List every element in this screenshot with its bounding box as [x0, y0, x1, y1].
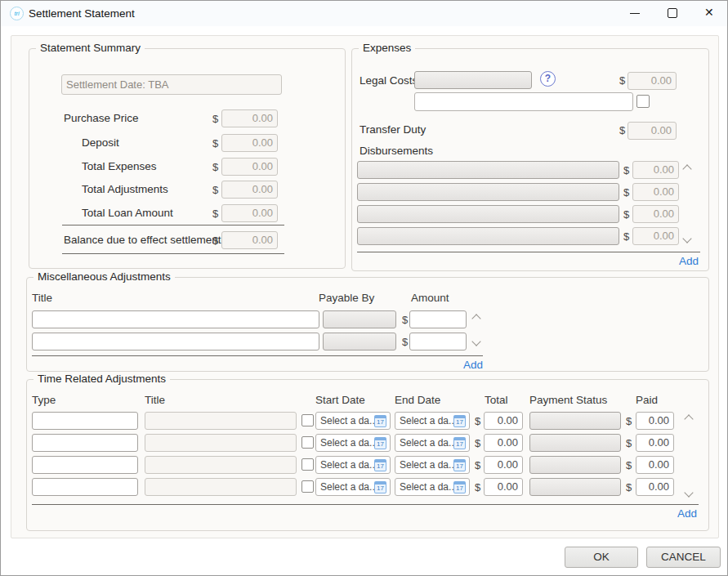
minimize-button[interactable]: [616, 1, 654, 26]
add-misc-adjustment-link[interactable]: Add: [463, 359, 483, 371]
close-button[interactable]: ✕: [691, 1, 728, 26]
balance-label: Balance due to effect settlement: [64, 234, 221, 246]
legal-costs-label: Legal Costs: [360, 74, 418, 87]
time-title-field[interactable]: [145, 412, 297, 430]
time-paid-field[interactable]: 0.00: [636, 456, 674, 474]
payment-status-dropdown[interactable]: [529, 434, 621, 452]
misc-title-dropdown[interactable]: [32, 310, 319, 328]
disbursement-dropdown[interactable]: [357, 227, 619, 245]
scroll-down-icon[interactable]: [682, 234, 691, 243]
misc-title-dropdown[interactable]: [32, 333, 319, 351]
disbursement-dropdown[interactable]: [357, 161, 619, 179]
legal-costs-dropdown[interactable]: [414, 71, 532, 89]
date-placeholder: Select a da...: [320, 481, 377, 493]
legal-costs-checkbox[interactable]: [636, 95, 650, 108]
currency-symbol: $: [212, 184, 218, 196]
statement-summary-group: Statement Summary Settlement Date: TBA P…: [29, 48, 346, 269]
time-row-checkbox[interactable]: [301, 414, 314, 426]
time-divider: [32, 504, 699, 505]
cancel-button[interactable]: CANCEL: [646, 547, 721, 568]
calendar-icon[interactable]: 17: [374, 415, 386, 427]
legal-costs-amount-field[interactable]: 0.00: [628, 72, 677, 90]
currency-symbol: $: [623, 186, 629, 199]
time-total-field[interactable]: 0.00: [484, 478, 523, 496]
scroll-down-icon[interactable]: [471, 337, 480, 346]
minimize-icon: [630, 13, 640, 14]
time-total-header: Total: [485, 394, 508, 406]
misc-amount-dropdown[interactable]: [409, 310, 467, 328]
end-date-picker[interactable]: Select a da... 17: [395, 434, 470, 452]
time-total-field[interactable]: 0.00: [484, 456, 523, 474]
misc-payable-by-dropdown[interactable]: [323, 310, 396, 328]
maximize-button[interactable]: [654, 1, 691, 26]
payment-status-dropdown[interactable]: [529, 456, 621, 474]
add-disbursement-link[interactable]: Add: [679, 255, 699, 267]
time-title-field[interactable]: [145, 478, 297, 496]
time-total-field[interactable]: 0.00: [484, 434, 523, 452]
disbursement-amount-field[interactable]: 0.00: [632, 161, 679, 179]
date-placeholder: Select a da...: [400, 459, 457, 471]
date-placeholder: Select a da...: [400, 415, 457, 426]
end-date-picker[interactable]: Select a da... 17: [395, 456, 470, 474]
scroll-up-icon[interactable]: [682, 164, 691, 173]
time-type-dropdown[interactable]: [32, 412, 138, 430]
misc-amount-dropdown[interactable]: [409, 333, 467, 351]
time-paid-header: Paid: [636, 394, 658, 406]
disbursement-dropdown[interactable]: [357, 205, 619, 223]
calendar-icon[interactable]: 17: [453, 437, 466, 449]
time-row-checkbox[interactable]: [301, 458, 314, 471]
disbursement-amount-field[interactable]: 0.00: [632, 227, 679, 245]
calendar-icon[interactable]: 17: [374, 459, 386, 471]
misc-payable-by-dropdown[interactable]: [323, 333, 396, 351]
summary-divider: [62, 253, 284, 254]
total-loan-amount-label: Total Loan Amount: [82, 207, 173, 219]
disbursements-label: Disbursements: [360, 145, 433, 157]
expenses-group: Expenses Legal Costs ? $ 0.00 Transfer D…: [351, 48, 709, 271]
time-paid-field[interactable]: 0.00: [636, 478, 674, 496]
time-type-dropdown[interactable]: [32, 456, 138, 474]
legal-costs-help-icon[interactable]: ?: [540, 71, 556, 87]
total-adjustments-field: 0.00: [221, 181, 278, 199]
disbursement-amount-field[interactable]: 0.00: [632, 205, 679, 223]
time-title-field[interactable]: [145, 456, 297, 474]
calendar-icon[interactable]: 17: [374, 437, 386, 449]
content-panel: Statement Summary Settlement Date: TBA P…: [11, 35, 719, 538]
scroll-up-icon[interactable]: [471, 314, 480, 323]
currency-symbol: $: [475, 459, 480, 471]
time-row-checkbox[interactable]: [301, 436, 314, 449]
time-start-date-header: Start Date: [315, 394, 365, 406]
time-type-dropdown[interactable]: [32, 478, 138, 496]
calendar-icon[interactable]: 17: [453, 415, 466, 427]
currency-symbol: $: [619, 124, 625, 136]
time-paid-field[interactable]: 0.00: [636, 412, 674, 430]
start-date-picker[interactable]: Select a da... 17: [315, 434, 391, 452]
start-date-picker[interactable]: Select a da... 17: [315, 478, 391, 496]
add-time-adjustment-link[interactable]: Add: [677, 507, 697, 520]
currency-symbol: $: [626, 437, 632, 449]
transfer-duty-amount-field[interactable]: 0.00: [628, 122, 677, 140]
legal-costs-description-field[interactable]: [414, 92, 633, 111]
start-date-picker[interactable]: Select a da... 17: [315, 412, 391, 430]
payment-status-dropdown[interactable]: [529, 412, 621, 430]
scroll-up-icon[interactable]: [684, 414, 693, 423]
end-date-picker[interactable]: Select a da... 17: [395, 478, 470, 496]
end-date-picker[interactable]: Select a da... 17: [395, 412, 470, 430]
currency-symbol: $: [475, 481, 480, 493]
time-type-dropdown[interactable]: [32, 434, 138, 452]
time-row-checkbox[interactable]: [301, 480, 314, 493]
time-paid-field[interactable]: 0.00: [636, 434, 674, 452]
start-date-picker[interactable]: Select a da... 17: [315, 456, 391, 474]
date-placeholder: Select a da...: [400, 437, 457, 449]
payment-status-dropdown[interactable]: [529, 478, 621, 496]
disbursement-amount-field[interactable]: 0.00: [632, 183, 679, 201]
calendar-icon[interactable]: 17: [374, 481, 386, 493]
currency-symbol: $: [626, 481, 632, 493]
disbursement-dropdown[interactable]: [357, 183, 619, 201]
ok-button[interactable]: OK: [565, 547, 638, 568]
title-bar: tri Settlement Statement ✕: [1, 1, 727, 26]
scroll-down-icon[interactable]: [684, 488, 693, 497]
calendar-icon[interactable]: 17: [453, 481, 466, 493]
calendar-icon[interactable]: 17: [453, 459, 466, 471]
time-total-field[interactable]: 0.00: [484, 412, 523, 430]
time-title-field[interactable]: [145, 434, 297, 452]
